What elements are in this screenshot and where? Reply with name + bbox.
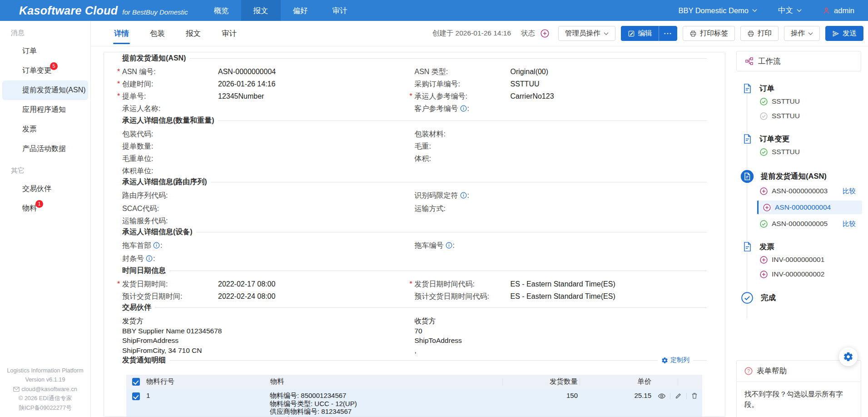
content-header: 详情包装报文审计 创建于 2026-01-26 14:16 状态 管理员操作 编…	[91, 21, 868, 46]
admin-actions-button[interactable]: 管理员操作	[558, 26, 615, 41]
workflow-step-header[interactable]: 提前发货通知(ASN)	[742, 170, 868, 183]
edit-row-button[interactable]	[675, 392, 682, 400]
field-label: *创建时间:	[122, 78, 218, 90]
language-label: 中文	[778, 5, 793, 15]
form-section-1: 提前发货通知(ASN)*ASN 编号:ASN-0000000004ASN 类型:…	[122, 58, 707, 116]
sidebar-item-asn[interactable]: 提前发货通知(ASN)	[2, 80, 88, 100]
brand-title: Kasoftware Cloud	[19, 4, 118, 17]
edit-button[interactable]: 编辑	[621, 26, 659, 41]
table-header-cell-actions	[653, 375, 702, 389]
workflow-item[interactable]: ASN-0000000004	[757, 201, 862, 214]
top-tab-preferences[interactable]: 偏好	[281, 0, 320, 21]
form-field: SCAC代码:	[122, 202, 415, 215]
workflow-step-header[interactable]: 发票	[742, 241, 868, 252]
delete-row-button[interactable]	[691, 392, 698, 399]
sidebar-item-order-changes[interactable]: 订单变更5	[2, 61, 88, 80]
sidebar-item-invoices[interactable]: 发票	[2, 120, 88, 139]
field-grid: *ASN 编号:ASN-0000000004ASN 类型:Original(00…	[122, 65, 707, 116]
chevron-down-icon	[604, 32, 609, 35]
sidebar-item-app-notifications[interactable]: 应用程序通知	[2, 100, 88, 120]
workflow-step-header[interactable]: 完成	[742, 292, 868, 304]
workflow-step-done: 完成	[742, 292, 868, 304]
sidebar-item-orders[interactable]: 订单	[2, 41, 88, 61]
field-label: 预计交货日期时间:	[122, 290, 218, 302]
field-label: 运输方式:	[415, 202, 511, 215]
compare-link[interactable]: 比较	[843, 187, 856, 196]
send-button[interactable]: 发送	[825, 26, 863, 41]
form-field: 封条号:	[122, 252, 415, 266]
language-switcher[interactable]: 中文	[778, 5, 802, 15]
sidebar-item-label: 订单变更	[22, 66, 51, 75]
workflow-item[interactable]: INV-0000000002	[760, 269, 856, 279]
edit-split-button: 编辑 ···	[621, 26, 678, 41]
field-value: 2022-02-24 08:00	[218, 290, 275, 302]
print-label-button[interactable]: 打印标签	[683, 26, 735, 41]
workflow-item[interactable]: SSTTUU	[760, 111, 856, 121]
address-line: 70	[415, 326, 707, 336]
row-checkbox-cell	[126, 392, 145, 417]
info-icon[interactable]	[153, 240, 160, 252]
form-field: 拖车编号:	[415, 239, 707, 252]
workflow-step-label: 订单	[759, 84, 774, 94]
address-line: ShipFromCity, 34 710 CN	[122, 346, 415, 356]
org-switcher[interactable]: BBY Domestic Demo	[678, 6, 757, 15]
form-field: *承运人参考编号:CarrierNo123	[415, 90, 707, 102]
tab-details[interactable]: 详情	[104, 21, 139, 46]
tab-packaging[interactable]: 包装	[139, 21, 175, 46]
compare-link[interactable]: 比较	[843, 220, 856, 228]
sidebar-item-label: 订单	[22, 46, 37, 56]
info-icon[interactable]	[460, 103, 467, 116]
ship-to-address: 收货方70ShipToAddress,	[415, 316, 707, 355]
view-row-button[interactable]	[658, 392, 666, 400]
tab-message[interactable]: 报文	[175, 21, 211, 46]
tab-audit[interactable]: 审计	[211, 21, 247, 46]
info-icon[interactable]	[146, 253, 153, 266]
info-icon[interactable]	[460, 190, 467, 202]
workflow-step-header[interactable]: 订单变更	[742, 134, 868, 144]
workflow-item[interactable]: ASN-0000000005比较	[760, 219, 856, 229]
customize-columns-link[interactable]: 定制列	[658, 356, 693, 364]
user-menu[interactable]: admin	[823, 6, 854, 15]
material-line: 物料编号类型: UCC - 12(UP)	[270, 400, 502, 408]
address-line: BBY Supplier Name 012345678	[122, 326, 415, 336]
row-checkbox[interactable]	[132, 392, 140, 400]
form-field	[415, 165, 707, 177]
field-label: 运输服务代码:	[122, 215, 218, 227]
info-icon[interactable]	[446, 240, 452, 252]
sidebar-item-product-activity[interactable]: 产品活动数据	[2, 139, 88, 159]
workflow-item[interactable]: SSTTUU	[760, 96, 856, 106]
field-value: 2026-01-26 14:16	[218, 78, 275, 90]
sidebar-item-label: 应用程序通知	[22, 105, 66, 115]
top-tab-messages[interactable]: 报文	[241, 0, 281, 21]
top-tab-audit[interactable]: 审计	[320, 0, 360, 21]
required-star: *	[410, 278, 412, 290]
action-divider	[670, 393, 670, 399]
chevron-down-icon	[797, 9, 802, 12]
sidebar-item-trading-partners[interactable]: 交易伙伴	[2, 179, 88, 199]
sidebar-item-materials[interactable]: 物料1	[2, 199, 88, 218]
print-button[interactable]: 打印	[740, 26, 779, 41]
brand-logo[interactable]: Kasoftware Cloud for BestBuy Domestic	[19, 4, 188, 17]
check-circle-icon	[760, 98, 768, 106]
field-label: 采购订单编号:	[415, 78, 511, 90]
workflow-item-label: ASN-0000000003	[772, 187, 828, 195]
field-label: ASN 类型:	[415, 65, 511, 78]
check-circle-icon	[740, 292, 754, 304]
workflow-item[interactable]: SSTTUU	[760, 147, 856, 157]
circle-plus-icon	[763, 204, 771, 211]
select-all-checkbox[interactable]	[132, 378, 140, 386]
field-label: 毛重单位:	[122, 152, 218, 165]
row-actions	[653, 392, 702, 417]
form-field: *发货日期时间代码:ES - Eastern Standard Time(ES)	[415, 278, 707, 290]
workflow-step-header[interactable]: 订单	[742, 83, 868, 94]
form-field: 拖车首部:	[122, 239, 415, 252]
edit-more-button[interactable]: ···	[659, 26, 678, 41]
actions-button[interactable]: 操作	[784, 26, 820, 41]
sidebar-footer-line: 陕ICP备09022277号	[0, 403, 90, 412]
top-tab-overview[interactable]: 概览	[202, 0, 241, 21]
settings-fab-button[interactable]	[839, 347, 858, 366]
workflow-item[interactable]: INV-0000000001	[760, 255, 856, 265]
workflow-item[interactable]: ASN-0000000003比较	[760, 186, 856, 196]
workflow-timeline: 订单SSTTUUSSTTUU订单变更SSTTUU提前发货通知(ASN)ASN-0…	[742, 83, 868, 304]
form-field: 毛重单位:	[122, 152, 415, 165]
